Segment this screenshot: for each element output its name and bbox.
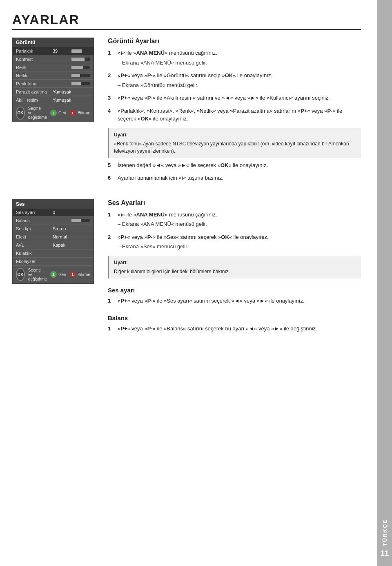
ses-step-1: 1 »i« ile »ANA MENÜ« menüsünü çağırınız.… bbox=[108, 211, 361, 230]
sesayarlari-section: Ses Ses ayarı 0 Balans bbox=[12, 199, 361, 338]
geri-label: Geri bbox=[58, 111, 66, 115]
menu-row-renktonu: Renk tonu bbox=[13, 80, 94, 88]
balans-subsection: Balans 1 »P+« veya »P-« ile »Balans« sat… bbox=[108, 314, 361, 334]
step-3: 3 »P+« veya »P-« ile »Akıllı resim« satı… bbox=[108, 94, 361, 104]
sesayari-step-1-content: »P+« veya »P-« ile »Ses ayarı« satırını … bbox=[118, 297, 361, 307]
ses-step-1-content: »i« ile »ANA MENÜ« menüsünü çağırınız. E… bbox=[118, 211, 361, 230]
menu-row-parlaklik: Parlaklık 39 bbox=[13, 47, 94, 55]
balans-step-1-line-1: »P+« veya »P-« ile »Balans« satırını seç… bbox=[118, 325, 361, 333]
step-5-num: 5 bbox=[108, 161, 114, 171]
menu-row-kontrast: Kontrast bbox=[13, 55, 94, 63]
renk-bar bbox=[71, 66, 90, 69]
step-6-content: Ayarları tamamlamak için »i« tuşuna bası… bbox=[118, 174, 361, 184]
step-1-line-2: Ekrana »ANA MENÜ« menüsü gelir. bbox=[118, 59, 361, 67]
step-5: 5 İstenen değeri »◄« veya »►« ile seçere… bbox=[108, 161, 361, 171]
menu-row-sestipi: Ses tipi Stereo bbox=[13, 225, 94, 233]
step-2-content: »P+« veya »P-« ile »Görüntü« satırını se… bbox=[118, 71, 361, 91]
sesayari-subsection: Ses ayarı 1 »P+« veya »P-« ile »Ses ayar… bbox=[108, 287, 361, 307]
sesayari-bar bbox=[71, 211, 90, 214]
footer-seçme-label: Seçmeve değiştirme bbox=[28, 106, 47, 120]
step-1-line-1: »i« ile »ANA MENÜ« menüsünü çağırınız. bbox=[118, 49, 361, 57]
ses-step-1-line-2: Ekrana »ANA MENÜ« menüsü gelir. bbox=[118, 220, 361, 228]
step-2: 2 »P+« veya »P-« ile »Görüntü« satırını … bbox=[108, 71, 361, 91]
ses-warning: Uyarı: Diğer kullanım bilgileri için ile… bbox=[108, 256, 361, 279]
parlaklik-num: 39 bbox=[53, 49, 71, 53]
step-1-content: »i« ile »ANA MENÜ« menüsünü çağırınız. E… bbox=[118, 49, 361, 68]
step-1: 1 »i« ile »ANA MENÜ« menüsünü çağırınız.… bbox=[108, 49, 361, 68]
renktonu-label: Renk tonu bbox=[16, 81, 53, 86]
page-title: AYARLAR bbox=[12, 12, 361, 30]
step-4-line-1: »Parlaklık«, »Kontrast«, »Renk«, »Netlik… bbox=[118, 107, 361, 123]
step-6: 6 Ayarları tamamlamak için »i« tuşuna ba… bbox=[108, 174, 361, 184]
ses-bitirme-label: Bitirme bbox=[78, 272, 90, 277]
step-4-content: »Parlaklık«, »Kontrast«, »Renk«, »Netlik… bbox=[118, 107, 361, 125]
avl-label: AVL bbox=[16, 243, 53, 247]
avl-value: Kapalı bbox=[53, 243, 90, 247]
bitirme-circle: 1 bbox=[69, 110, 76, 116]
sesayari-step-1: 1 »P+« veya »P-« ile »Ses ayarı« satırın… bbox=[108, 297, 361, 307]
step-6-line-1: Ayarları tamamlamak için »i« tuşuna bası… bbox=[118, 174, 361, 182]
menu-row-kulaklik: Kulaklık bbox=[13, 250, 94, 258]
akilliresim-value: Yumuşak bbox=[53, 98, 90, 103]
ses-step-1-line-1: »i« ile »ANA MENÜ« menüsünü çağırınız. bbox=[118, 211, 361, 219]
parazit-label: Parazit azaltma bbox=[16, 89, 53, 94]
ses-step-1-num: 1 bbox=[108, 211, 114, 230]
menu-row-renk: Renk bbox=[13, 63, 94, 71]
goruntuayarlari-section: Görüntü Parlaklık 39 Kontrast bbox=[12, 38, 361, 187]
netlik-label: Netlik bbox=[16, 73, 53, 78]
step-4: 4 »Parlaklık«, »Kontrast«, »Renk«, »Netl… bbox=[108, 107, 361, 125]
ses-footer-seçme-label: Seçmeve değiştirme bbox=[28, 268, 47, 281]
sesayari-step-1-num: 1 bbox=[108, 297, 114, 307]
efekt-value: Normal bbox=[53, 234, 90, 239]
ses-geri-circle: 2 bbox=[50, 271, 57, 278]
goruntuayarlari-right: Görüntü Ayarları 1 »i« ile »ANA MENÜ« me… bbox=[108, 38, 361, 187]
menu-row-ekolayzer: Ekolayzer bbox=[13, 258, 94, 266]
step-5-line-1: İstenen değeri »◄« veya »►« ile seçerek … bbox=[118, 161, 361, 169]
kulaklik-label: Kulaklık bbox=[16, 251, 53, 256]
renktonu-bar bbox=[71, 82, 90, 85]
step-3-num: 3 bbox=[108, 94, 114, 104]
parlaklik-bar bbox=[71, 49, 90, 53]
sestipi-value: Stereo bbox=[53, 226, 90, 231]
sesayari-label: Ses ayarı bbox=[16, 210, 53, 215]
parlaklik-label: Parlaklık bbox=[16, 49, 53, 53]
balans-subsection-title: Balans bbox=[108, 314, 361, 321]
kontrast-bar bbox=[71, 58, 90, 61]
menu-row-balans: Balans bbox=[13, 217, 94, 225]
sesayarlari-left: Ses Ses ayarı 0 Balans bbox=[12, 199, 98, 338]
ses-step-2-line-1: »P+« veya »P-« ile »Ses« satırını seçere… bbox=[118, 233, 361, 241]
sesayarlari-heading: Ses Ayarları bbox=[108, 199, 361, 207]
bitirme-label: Bitirme bbox=[78, 111, 90, 115]
page-number: 11 bbox=[381, 549, 389, 558]
ses-geri-label: Geri bbox=[58, 272, 66, 277]
ses-warning-text: Diğer kullanım bilgileri için ilerideki … bbox=[114, 268, 356, 275]
step-5-content: İstenen değeri »◄« veya »►« ile seçerek … bbox=[118, 161, 361, 171]
balans-step-1-num: 1 bbox=[108, 325, 114, 334]
step-2-line-1: »P+« veya »P-« ile »Görüntü« satırını se… bbox=[118, 71, 361, 80]
netlik-bar bbox=[71, 74, 90, 77]
goruntuayarlari-left: Görüntü Parlaklık 39 Kontrast bbox=[12, 38, 98, 187]
ok-button[interactable]: OK bbox=[16, 107, 25, 120]
sesayarlari-steps: 1 »i« ile »ANA MENÜ« menüsünü çağırınız.… bbox=[108, 211, 361, 252]
menu-row-netlik: Netlik bbox=[13, 71, 94, 80]
ses-ok-button[interactable]: OK bbox=[16, 268, 25, 281]
ses-warning-title: Uyarı: bbox=[114, 259, 356, 266]
ses-menu-header: Ses bbox=[13, 200, 94, 209]
goruntuayarlari-heading: Görüntü Ayarları bbox=[108, 38, 361, 45]
balans-steps: 1 »P+« veya »P-« ile »Balans« satırını s… bbox=[108, 325, 361, 334]
ses-menu-panel: Ses Ses ayarı 0 Balans bbox=[12, 199, 94, 284]
goruntu-warning: Uyarı: »Renk tonu« ayarı sadece NTSC tel… bbox=[108, 128, 361, 158]
footer-geri: 2 Geri bbox=[50, 110, 66, 116]
sesayari-num: 0 bbox=[53, 210, 71, 215]
ekolayzer-label: Ekolayzer bbox=[16, 259, 53, 264]
step-2-num: 2 bbox=[108, 71, 114, 91]
sidebar-language-label: TÜRKÇE bbox=[382, 519, 388, 546]
efekt-label: Efekt bbox=[16, 234, 53, 239]
ses-step-2: 2 »P+« veya »P-« ile »Ses« satırını seçe… bbox=[108, 233, 361, 252]
goruntu-warning-text: »Renk tonu« ayarı sadece NTSC televizyon… bbox=[114, 140, 356, 155]
ses-footer-seçme: Seçmeve değiştirme bbox=[28, 268, 47, 281]
step-6-num: 6 bbox=[108, 174, 114, 184]
ses-menu-footer: OK Seçmeve değiştirme 2 Geri 1 Bitirme bbox=[13, 266, 94, 283]
footer-seçme: Seçmeve değiştirme bbox=[28, 106, 47, 120]
sesayarlari-right: Ses Ayarları 1 »i« ile »ANA MENÜ« menüsü… bbox=[108, 199, 361, 338]
